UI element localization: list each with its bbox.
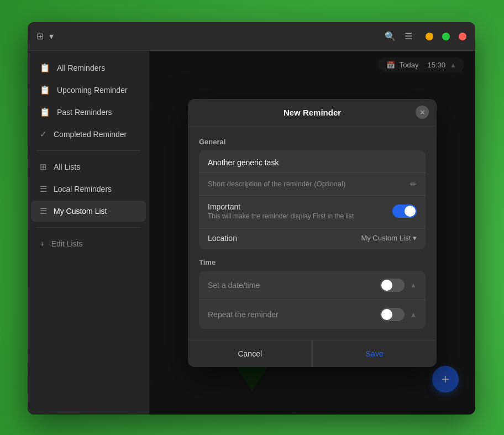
dialog-title: New Reminder [284,108,341,117]
repeat-label: Repeat the reminder [208,310,380,319]
dialog-close-button[interactable]: ✕ [416,106,429,119]
set-datetime-slider [380,279,405,292]
set-datetime-row: Set a date/time ▲ [199,271,426,300]
close-button[interactable] [459,33,466,40]
main-content: 📋 All Reminders 📋 Upcoming Reminder 📋 Pa… [28,51,475,415]
repeat-right: ▲ [380,308,417,321]
sidebar-item-completed-reminders[interactable]: ✓ Completed Reminder [31,124,146,145]
sidebar: 📋 All Reminders 📋 Upcoming Reminder 📋 Pa… [28,51,149,415]
dialog-overlay: New Reminder ✕ General [149,51,475,415]
all-reminders-icon: 📋 [40,63,50,73]
save-button[interactable]: Save [313,340,437,367]
sidebar-item-label: All Lists [54,163,80,171]
time-section-title: Time [199,258,426,266]
time-card: Set a date/time ▲ [199,271,426,329]
sidebar-item-past-reminders[interactable]: 📋 Past Reminders [31,102,146,123]
search-icon[interactable]: 🔍 [385,31,396,41]
repeat-row: Repeat the reminder ▲ [199,300,426,329]
time-section: Time Set a date/time [199,258,426,329]
general-section: General Short description of the reminde… [199,138,426,249]
important-text: Important This will make the reminder di… [208,202,392,220]
location-dropdown[interactable]: My Custom List ▾ [361,234,417,242]
repeat-toggle[interactable] [380,308,405,321]
location-row: Location My Custom List ▾ [199,227,426,249]
title-bar: ⊞ ▾ 🔍 ☰ [28,22,475,51]
sidebar-item-all-lists[interactable]: ⊞ All Lists [31,156,146,177]
menu-icon[interactable]: ☰ [405,31,412,41]
set-datetime-right: ▲ [380,279,417,292]
important-label: Important [208,202,392,211]
sidebar-item-all-reminders[interactable]: 📋 All Reminders [31,57,146,78]
description-row[interactable]: Short description of the reminder (Optio… [199,173,426,196]
set-datetime-label: Set a date/time [208,281,380,290]
cancel-button[interactable]: Cancel [188,340,313,367]
chevron-down-icon: ▾ [413,234,417,242]
repeat-chevron-icon[interactable]: ▲ [410,311,417,318]
general-section-title: General [199,138,426,146]
set-datetime-chevron-icon[interactable]: ▲ [410,281,417,289]
general-card: Short description of the reminder (Optio… [199,150,426,249]
description-placeholder: Short description of the reminder (Optio… [208,180,410,188]
minimize-button[interactable] [426,33,433,40]
title-bar-left: ⊞ ▾ [36,31,54,41]
past-reminders-icon: 📋 [40,107,50,117]
app-window: ⊞ ▾ 🔍 ☰ 📋 All Reminders 📋 Upcoming Remin… [28,22,475,415]
sidebar-item-label: Completed Reminder [54,130,127,139]
location-label: Location [208,234,361,243]
upcoming-reminders-icon: 📋 [40,85,50,95]
sidebar-item-local-reminders[interactable]: ☰ Local Reminders [31,179,146,200]
sidebar-item-my-custom-list[interactable]: ☰ My Custom List [31,201,146,222]
new-reminder-dialog: New Reminder ✕ General [188,99,437,367]
completed-reminders-icon: ✓ [40,129,47,139]
sidebar-divider-2 [36,227,140,228]
sidebar-item-edit-lists[interactable]: + Edit Lists [31,233,146,254]
location-value-text: My Custom List [361,234,411,242]
right-panel: 📅 Today 15:30 ▲ New Reminder ✕ [149,51,475,415]
sidebar-item-upcoming-reminders[interactable]: 📋 Upcoming Reminder [31,80,146,101]
important-sublabel: This will make the reminder display Firs… [208,212,392,220]
set-datetime-toggle[interactable] [380,279,405,292]
dialog-body: General Short description of the reminde… [188,127,437,340]
dialog-header: New Reminder ✕ [188,99,437,127]
local-reminders-icon: ☰ [40,184,47,194]
sidebar-item-label: Edit Lists [51,239,83,248]
important-row: Important This will make the reminder di… [199,196,426,227]
dialog-footer: Cancel Save [188,340,437,367]
filter-icon[interactable]: ⊞ [36,31,44,41]
sidebar-item-label: Local Reminders [54,185,112,193]
maximize-button[interactable] [442,33,450,40]
sidebar-item-label: My Custom List [54,207,107,216]
title-bar-right: 🔍 ☰ [385,31,466,41]
my-custom-list-icon: ☰ [40,206,47,216]
all-lists-icon: ⊞ [40,162,47,172]
repeat-slider [380,308,405,321]
task-name-input[interactable] [199,150,426,173]
sidebar-divider [36,150,140,151]
important-toggle-slider [392,205,417,218]
important-toggle[interactable] [392,205,417,218]
edit-icon: ✏ [410,180,417,188]
sidebar-item-label: Upcoming Reminder [57,86,128,95]
dropdown-icon[interactable]: ▾ [49,31,54,41]
sidebar-item-label: Past Reminders [57,108,112,117]
add-icon: + [40,239,45,248]
sidebar-item-label: All Reminders [57,64,105,72]
